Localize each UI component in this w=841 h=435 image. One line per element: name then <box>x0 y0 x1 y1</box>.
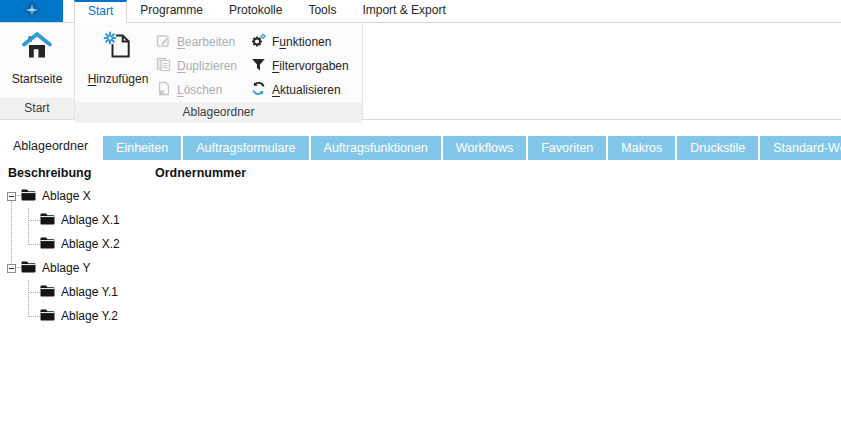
home-icon <box>21 30 53 65</box>
app-logo-icon <box>21 0 43 24</box>
column-header-beschreibung[interactable]: Beschreibung <box>8 166 91 180</box>
filtervorgaben-label: Filtervorgaben <box>272 59 349 73</box>
refresh-icon <box>251 81 266 99</box>
tree-label: Ablage X <box>42 189 91 203</box>
view-tab-auftragsformulare[interactable]: Auftragsformulare <box>183 136 308 160</box>
app-window: Start Programme Protokolle Tools Import … <box>0 0 841 435</box>
ribbon-tab-tools[interactable]: Tools <box>295 0 349 22</box>
view-tab-ablageordner[interactable]: Ablageordner <box>0 133 101 160</box>
app-logo-button[interactable] <box>0 0 63 22</box>
ribbon-group-ablageordner: Hinzufügen Bearbeiten <box>75 23 363 119</box>
tree-label: Ablage Y <box>42 261 91 275</box>
folder-tree: Ablage X Ablage X.1 Ablage X.2 Ablage Y … <box>0 184 400 334</box>
column-header-ordnernummer[interactable]: Ordnernummer <box>155 166 246 180</box>
folder-icon <box>40 308 55 324</box>
filter-icon <box>251 57 266 75</box>
ribbon-tab-protokolle[interactable]: Protokolle <box>216 0 295 22</box>
tree-row-ablage-x1[interactable]: Ablage X.1 <box>40 208 120 232</box>
ribbon: Startseite Start <box>0 23 841 120</box>
startseite-label: Startseite <box>12 72 63 86</box>
view-tab-workflows[interactable]: Workflows <box>443 136 526 160</box>
bearbeiten-button[interactable]: Bearbeiten <box>156 30 246 54</box>
tree-row-ablage-x[interactable]: Ablage X <box>21 184 91 208</box>
ribbon-tab-programme[interactable]: Programme <box>127 0 216 22</box>
view-tab-bar: Ablageordner Einheiten Auftragsformulare… <box>0 133 841 160</box>
expander-ablage-x[interactable] <box>7 192 16 201</box>
menubar: Start Programme Protokolle Tools Import … <box>0 0 841 23</box>
folder-icon <box>40 284 55 300</box>
aktualisieren-button[interactable]: Aktualisieren <box>251 78 355 102</box>
view-tab-favoriten[interactable]: Favoriten <box>528 136 606 160</box>
loeschen-button[interactable]: Löschen <box>156 78 246 102</box>
edit-icon <box>156 33 171 51</box>
view-tab-druckstile[interactable]: Druckstile <box>677 136 758 160</box>
startseite-button[interactable]: Startseite <box>4 23 70 86</box>
folder-icon <box>21 260 36 276</box>
new-document-icon <box>102 30 134 65</box>
ribbon-group-start: Startseite Start <box>0 23 75 119</box>
delete-document-icon <box>156 81 171 99</box>
funktionen-label: Funktionen <box>272 35 331 49</box>
function-actions-column: Funktionen Filtervorgaben <box>251 23 355 102</box>
ribbon-tab-import-export[interactable]: Import & Export <box>349 0 458 22</box>
funktionen-button[interactable]: Funktionen <box>251 30 355 54</box>
hinzufuegen-label: Hinzufügen <box>88 72 149 86</box>
view-tab-einheiten[interactable]: Einheiten <box>103 136 181 160</box>
tree-row-ablage-y[interactable]: Ablage Y <box>21 256 91 280</box>
tree-row-ablage-x2[interactable]: Ablage X.2 <box>40 232 120 256</box>
tree-connector <box>11 201 12 263</box>
aktualisieren-label: Aktualisieren <box>272 83 341 97</box>
loeschen-label: Löschen <box>177 83 222 97</box>
view-tab-standard-werte[interactable]: Standard-Werte <box>760 136 841 160</box>
tree-connector <box>28 292 40 317</box>
tree-label: Ablage Y.2 <box>61 309 118 323</box>
group-label-ablageordner: Ablageordner <box>75 102 362 123</box>
view-tab-makros[interactable]: Makros <box>608 136 675 160</box>
tree-row-ablage-y1[interactable]: Ablage Y.1 <box>40 280 118 304</box>
duplizieren-label: Duplizieren <box>177 59 237 73</box>
duplicate-icon <box>156 57 171 75</box>
content-area: Beschreibung Ordnernummer Ablage X Ablag… <box>0 160 841 435</box>
group-label-start: Start <box>0 98 74 119</box>
folder-icon <box>21 188 36 204</box>
tree-label: Ablage X.1 <box>61 213 120 227</box>
expander-ablage-y[interactable] <box>7 264 16 273</box>
edit-actions-column: Bearbeiten Duplizieren <box>156 23 246 102</box>
ribbon-tab-start[interactable]: Start <box>74 0 127 23</box>
folder-icon <box>40 236 55 252</box>
ribbon-tab-bar: Start Programme Protokolle Tools Import … <box>74 0 459 22</box>
folder-icon <box>40 212 55 228</box>
hinzufuegen-button[interactable]: Hinzufügen <box>83 23 153 86</box>
tree-label: Ablage X.2 <box>61 237 120 251</box>
filtervorgaben-button[interactable]: Filtervorgaben <box>251 54 355 78</box>
bearbeiten-label: Bearbeiten <box>177 35 235 49</box>
tree-label: Ablage Y.1 <box>61 285 118 299</box>
tree-connector <box>28 220 40 245</box>
tree-row-ablage-y2[interactable]: Ablage Y.2 <box>40 304 118 328</box>
gear-icon <box>251 33 266 51</box>
duplizieren-button[interactable]: Duplizieren <box>156 54 246 78</box>
view-tab-auftragsfunktionen[interactable]: Auftragsfunktionen <box>311 136 441 160</box>
